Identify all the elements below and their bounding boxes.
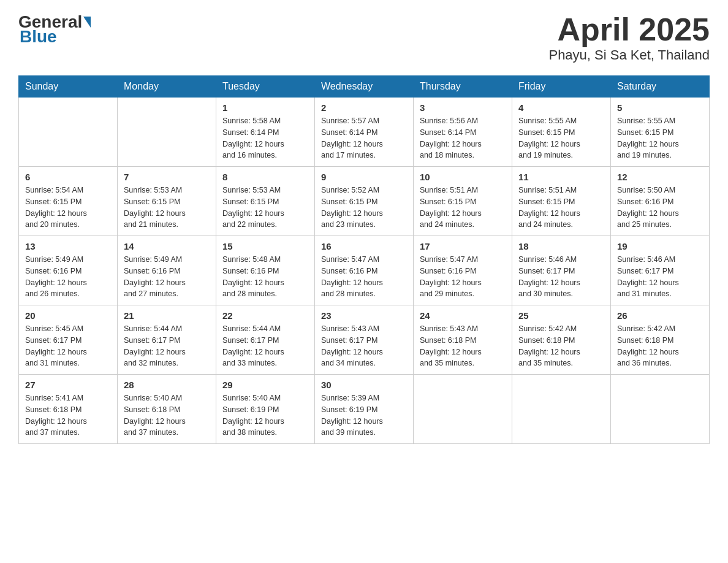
day-info: Sunrise: 5:48 AM Sunset: 6:16 PM Dayligh… [222, 254, 308, 300]
calendar-cell: 8Sunrise: 5:53 AM Sunset: 6:15 PM Daylig… [216, 167, 315, 236]
calendar-cell: 29Sunrise: 5:40 AM Sunset: 6:19 PM Dayli… [216, 375, 315, 444]
day-info: Sunrise: 5:55 AM Sunset: 6:15 PM Dayligh… [617, 115, 703, 161]
day-number: 5 [617, 102, 703, 113]
calendar-cell: 15Sunrise: 5:48 AM Sunset: 6:16 PM Dayli… [216, 236, 315, 305]
day-number: 4 [518, 102, 604, 113]
day-number: 24 [420, 310, 506, 321]
day-number: 2 [321, 102, 407, 113]
logo-triangle-icon [83, 17, 91, 28]
calendar-cell: 10Sunrise: 5:51 AM Sunset: 6:15 PM Dayli… [414, 167, 512, 236]
calendar-cell: 16Sunrise: 5:47 AM Sunset: 6:16 PM Dayli… [315, 236, 414, 305]
day-number: 6 [25, 172, 111, 182]
calendar-cell: 6Sunrise: 5:54 AM Sunset: 6:15 PM Daylig… [19, 167, 118, 236]
logo: General Blue [18, 12, 92, 47]
day-info: Sunrise: 5:53 AM Sunset: 6:15 PM Dayligh… [222, 185, 308, 231]
calendar-week-row: 1Sunrise: 5:58 AM Sunset: 6:14 PM Daylig… [19, 98, 710, 167]
day-info: Sunrise: 5:46 AM Sunset: 6:17 PM Dayligh… [617, 254, 703, 300]
day-info: Sunrise: 5:42 AM Sunset: 6:18 PM Dayligh… [518, 323, 604, 369]
calendar-cell: 7Sunrise: 5:53 AM Sunset: 6:15 PM Daylig… [118, 167, 216, 236]
calendar-cell [118, 98, 216, 167]
day-number: 17 [420, 241, 506, 251]
day-info: Sunrise: 5:43 AM Sunset: 6:17 PM Dayligh… [321, 323, 407, 369]
day-info: Sunrise: 5:44 AM Sunset: 6:17 PM Dayligh… [124, 323, 210, 369]
calendar-cell [512, 375, 611, 444]
calendar-header-row: SundayMondayTuesdayWednesdayThursdayFrid… [19, 76, 710, 98]
day-number: 13 [25, 241, 111, 251]
calendar-cell: 17Sunrise: 5:47 AM Sunset: 6:16 PM Dayli… [414, 236, 512, 305]
logo-blue-text: Blue [20, 27, 57, 46]
day-number: 9 [321, 172, 407, 182]
day-number: 25 [518, 310, 604, 321]
calendar-header-saturday: Saturday [611, 76, 710, 98]
day-number: 30 [321, 380, 407, 390]
day-info: Sunrise: 5:45 AM Sunset: 6:17 PM Dayligh… [25, 323, 111, 369]
day-number: 23 [321, 310, 407, 321]
day-info: Sunrise: 5:55 AM Sunset: 6:15 PM Dayligh… [518, 115, 604, 161]
day-info: Sunrise: 5:50 AM Sunset: 6:16 PM Dayligh… [617, 185, 703, 231]
day-number: 7 [124, 172, 210, 182]
calendar-week-row: 20Sunrise: 5:45 AM Sunset: 6:17 PM Dayli… [19, 305, 710, 375]
day-number: 29 [222, 380, 308, 390]
day-info: Sunrise: 5:56 AM Sunset: 6:14 PM Dayligh… [420, 115, 506, 161]
calendar-cell [19, 98, 118, 167]
day-number: 16 [321, 241, 407, 251]
day-info: Sunrise: 5:52 AM Sunset: 6:15 PM Dayligh… [321, 185, 407, 231]
calendar-cell: 4Sunrise: 5:55 AM Sunset: 6:15 PM Daylig… [512, 98, 611, 167]
calendar-cell: 12Sunrise: 5:50 AM Sunset: 6:16 PM Dayli… [611, 167, 710, 236]
day-info: Sunrise: 5:51 AM Sunset: 6:15 PM Dayligh… [420, 185, 506, 231]
day-info: Sunrise: 5:47 AM Sunset: 6:16 PM Dayligh… [420, 254, 506, 300]
calendar-cell: 22Sunrise: 5:44 AM Sunset: 6:17 PM Dayli… [216, 305, 315, 375]
calendar-header-thursday: Thursday [414, 76, 512, 98]
calendar-cell: 18Sunrise: 5:46 AM Sunset: 6:17 PM Dayli… [512, 236, 611, 305]
calendar-cell: 9Sunrise: 5:52 AM Sunset: 6:15 PM Daylig… [315, 167, 414, 236]
page-header: General Blue April 2025 Phayu, Si Sa Ket… [18, 12, 710, 63]
calendar-week-row: 13Sunrise: 5:49 AM Sunset: 6:16 PM Dayli… [19, 236, 710, 305]
day-number: 18 [518, 241, 604, 251]
calendar-week-row: 27Sunrise: 5:41 AM Sunset: 6:18 PM Dayli… [19, 375, 710, 444]
calendar-cell: 3Sunrise: 5:56 AM Sunset: 6:14 PM Daylig… [414, 98, 512, 167]
day-number: 14 [124, 241, 210, 251]
calendar-cell: 26Sunrise: 5:42 AM Sunset: 6:18 PM Dayli… [611, 305, 710, 375]
calendar-header-tuesday: Tuesday [216, 76, 315, 98]
day-number: 8 [222, 172, 308, 182]
calendar-cell: 2Sunrise: 5:57 AM Sunset: 6:14 PM Daylig… [315, 98, 414, 167]
day-info: Sunrise: 5:57 AM Sunset: 6:14 PM Dayligh… [321, 115, 407, 161]
day-info: Sunrise: 5:54 AM Sunset: 6:15 PM Dayligh… [25, 185, 111, 231]
calendar-cell: 11Sunrise: 5:51 AM Sunset: 6:15 PM Dayli… [512, 167, 611, 236]
day-number: 21 [124, 310, 210, 321]
calendar-cell: 21Sunrise: 5:44 AM Sunset: 6:17 PM Dayli… [118, 305, 216, 375]
calendar-cell: 30Sunrise: 5:39 AM Sunset: 6:19 PM Dayli… [315, 375, 414, 444]
day-number: 27 [25, 380, 111, 390]
calendar-cell: 13Sunrise: 5:49 AM Sunset: 6:16 PM Dayli… [19, 236, 118, 305]
calendar-cell: 28Sunrise: 5:40 AM Sunset: 6:18 PM Dayli… [118, 375, 216, 444]
calendar-cell: 23Sunrise: 5:43 AM Sunset: 6:17 PM Dayli… [315, 305, 414, 375]
day-number: 3 [420, 102, 506, 113]
day-number: 1 [222, 102, 308, 113]
calendar-cell: 1Sunrise: 5:58 AM Sunset: 6:14 PM Daylig… [216, 98, 315, 167]
day-info: Sunrise: 5:40 AM Sunset: 6:19 PM Dayligh… [222, 393, 308, 439]
day-info: Sunrise: 5:51 AM Sunset: 6:15 PM Dayligh… [518, 185, 604, 231]
day-info: Sunrise: 5:46 AM Sunset: 6:17 PM Dayligh… [518, 254, 604, 300]
day-info: Sunrise: 5:43 AM Sunset: 6:18 PM Dayligh… [420, 323, 506, 369]
title-section: April 2025 Phayu, Si Sa Ket, Thailand [548, 12, 710, 63]
day-number: 26 [617, 310, 703, 321]
day-info: Sunrise: 5:53 AM Sunset: 6:15 PM Dayligh… [124, 185, 210, 231]
day-number: 28 [124, 380, 210, 390]
calendar-week-row: 6Sunrise: 5:54 AM Sunset: 6:15 PM Daylig… [19, 167, 710, 236]
day-info: Sunrise: 5:42 AM Sunset: 6:18 PM Dayligh… [617, 323, 703, 369]
month-title: April 2025 [548, 12, 710, 47]
day-number: 20 [25, 310, 111, 321]
day-number: 11 [518, 172, 604, 182]
calendar-cell [414, 375, 512, 444]
day-info: Sunrise: 5:47 AM Sunset: 6:16 PM Dayligh… [321, 254, 407, 300]
day-info: Sunrise: 5:40 AM Sunset: 6:18 PM Dayligh… [124, 393, 210, 439]
calendar-cell: 20Sunrise: 5:45 AM Sunset: 6:17 PM Dayli… [19, 305, 118, 375]
calendar-header-monday: Monday [118, 76, 216, 98]
day-info: Sunrise: 5:39 AM Sunset: 6:19 PM Dayligh… [321, 393, 407, 439]
calendar-cell: 19Sunrise: 5:46 AM Sunset: 6:17 PM Dayli… [611, 236, 710, 305]
calendar-cell: 5Sunrise: 5:55 AM Sunset: 6:15 PM Daylig… [611, 98, 710, 167]
calendar-cell: 25Sunrise: 5:42 AM Sunset: 6:18 PM Dayli… [512, 305, 611, 375]
location-title: Phayu, Si Sa Ket, Thailand [548, 47, 710, 63]
calendar-header-friday: Friday [512, 76, 611, 98]
day-info: Sunrise: 5:58 AM Sunset: 6:14 PM Dayligh… [222, 115, 308, 161]
